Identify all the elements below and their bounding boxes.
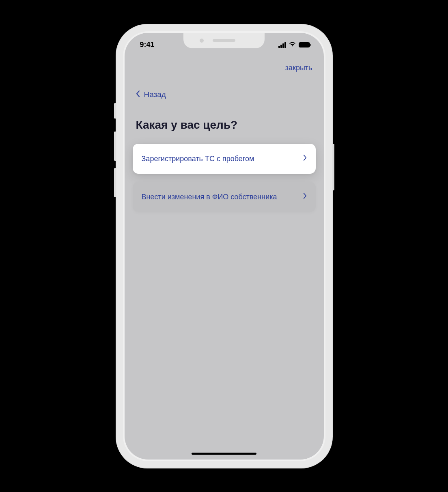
chevron-left-icon [136, 91, 140, 99]
cellular-signal-icon [278, 42, 286, 48]
chevron-right-icon [303, 155, 307, 162]
status-icons [278, 41, 310, 49]
close-button[interactable]: закрыть [285, 64, 312, 72]
phone-frame: 9:41 закрыть [116, 24, 333, 468]
option-change-owner-name[interactable]: Внести изменения в ФИО собственника [133, 182, 316, 212]
front-camera-icon [200, 39, 204, 43]
back-button[interactable]: Назад [125, 72, 324, 99]
wifi-icon [289, 41, 296, 49]
option-label: Внести изменения в ФИО собственника [142, 192, 277, 202]
chevron-right-icon [303, 193, 307, 201]
phone-mockup: 9:41 закрыть [116, 24, 333, 468]
status-time: 9:41 [140, 41, 155, 49]
option-label: Зарегистрировать ТС с пробегом [142, 153, 254, 164]
header-bar: закрыть [125, 54, 324, 72]
back-label: Назад [144, 90, 166, 99]
home-indicator[interactable] [192, 453, 256, 455]
page-title: Какая у вас цель? [125, 99, 324, 132]
options-list: Зарегистрировать ТС с пробегом Внести из… [125, 132, 324, 212]
phone-screen: 9:41 закрыть [125, 33, 324, 460]
phone-notch [183, 33, 265, 48]
phone-inner-border: 9:41 закрыть [123, 31, 325, 461]
battery-icon [299, 42, 310, 47]
speaker-grill-icon [213, 39, 235, 42]
option-register-vehicle[interactable]: Зарегистрировать ТС с пробегом [133, 144, 316, 174]
